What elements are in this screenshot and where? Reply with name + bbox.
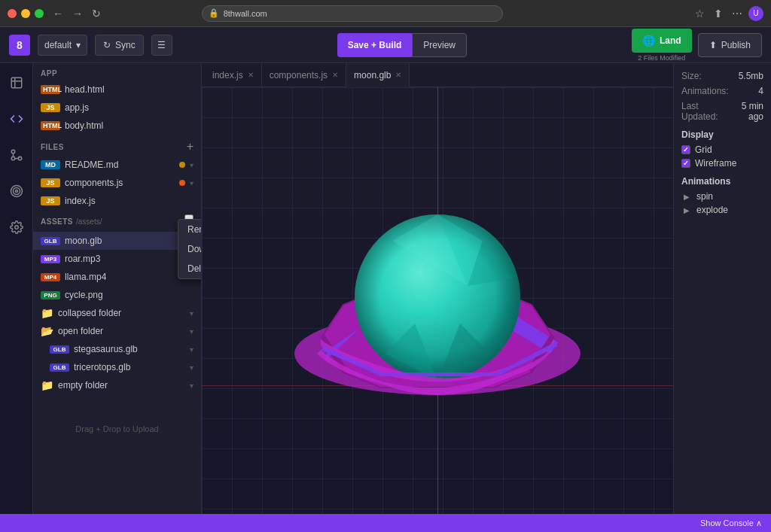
spin-play-button[interactable]: ▶ bbox=[681, 191, 692, 202]
app-section-label: APP bbox=[41, 69, 57, 78]
animations-title: Animations bbox=[681, 176, 763, 187]
tab-bar: index.js ✕ components.js ✕ moon.glb ✕ bbox=[202, 63, 673, 87]
open-folder-icon: 📂 bbox=[41, 325, 53, 337]
browser-fullscreen-btn[interactable] bbox=[35, 9, 44, 18]
tab-components-js[interactable]: components.js ✕ bbox=[262, 63, 346, 87]
browser-nav: ← → ↻ bbox=[50, 6, 104, 21]
html-badge: HTML bbox=[41, 85, 60, 94]
file-item[interactable]: MD README.md ▾ bbox=[33, 156, 201, 174]
tab-close-icon[interactable]: ✕ bbox=[395, 71, 401, 79]
rail-git-icon[interactable] bbox=[5, 143, 29, 167]
chevron-icon: ▾ bbox=[190, 363, 194, 372]
browser-minimize-btn[interactable] bbox=[21, 9, 30, 18]
folder-icon: 📁 bbox=[41, 307, 53, 319]
rail-code-icon[interactable] bbox=[5, 107, 29, 131]
chevron-icon: ▾ bbox=[190, 161, 194, 169]
land-label: Land bbox=[660, 35, 681, 46]
show-console-label: Show Console ∧ bbox=[700, 518, 762, 528]
asset-stegasaurus-glb[interactable]: GLB stegasaurus.glb ▾ bbox=[33, 340, 201, 358]
empty-folder[interactable]: 📁 empty folder ▾ bbox=[33, 376, 201, 394]
wireframe-checkbox[interactable]: ✓ bbox=[681, 159, 690, 168]
save-preview-group: Save + Build Preview bbox=[337, 33, 467, 57]
assets-label: ASSETS bbox=[41, 217, 73, 226]
hamburger-icon: ☰ bbox=[157, 40, 166, 50]
asset-tricerotops-glb[interactable]: GLB tricerotops.glb ▾ bbox=[33, 358, 201, 376]
empty-folder-icon: 📁 bbox=[41, 379, 53, 391]
assets-section-header: ASSETS /assets/ + bbox=[33, 210, 201, 232]
tab-label: components.js bbox=[270, 70, 328, 81]
svg-point-6 bbox=[13, 188, 20, 195]
last-updated-row: Last Updated: 5 min ago bbox=[681, 101, 763, 122]
context-delete[interactable]: Delete bbox=[178, 259, 202, 278]
file-item[interactable]: HTML head.html bbox=[33, 81, 201, 99]
file-name: cycle.png bbox=[65, 290, 194, 300]
file-item[interactable]: JS components.js ▾ bbox=[33, 174, 201, 192]
tab-moon-glb[interactable]: moon.glb ✕ bbox=[346, 63, 410, 87]
rail-3d-icon[interactable] bbox=[5, 71, 29, 95]
drag-drop-area[interactable]: Drag + Drop to Upload bbox=[33, 409, 201, 448]
rail-settings-icon[interactable] bbox=[5, 215, 29, 239]
file-name: llama.mp4 bbox=[65, 272, 194, 282]
open-folder[interactable]: 📂 open folder ▾ bbox=[33, 322, 201, 340]
file-item[interactable]: JS index.js bbox=[33, 192, 201, 210]
address-bar[interactable]: 🔒 8thwall.com bbox=[202, 5, 503, 22]
app-section-header: APP bbox=[33, 63, 201, 81]
rail-target-icon[interactable] bbox=[5, 179, 29, 203]
browser-star-button[interactable]: ☆ bbox=[692, 6, 708, 21]
app-bar-center: Save + Build Preview bbox=[180, 33, 624, 57]
collapsed-folder[interactable]: 📁 collapsed folder ▾ bbox=[33, 304, 201, 322]
glb-badge: GLB bbox=[50, 363, 69, 372]
context-download[interactable]: Download bbox=[178, 239, 202, 259]
publish-button[interactable]: ⬆ Publish bbox=[698, 33, 762, 57]
tab-index-js[interactable]: index.js ✕ bbox=[205, 63, 262, 87]
last-updated-label: Last Updated: bbox=[681, 101, 730, 122]
bottom-bar[interactable]: Show Console ∧ bbox=[0, 514, 771, 532]
file-name: tricerotops.glb bbox=[74, 362, 185, 372]
hamburger-button[interactable]: ☰ bbox=[151, 35, 172, 56]
preview-button[interactable]: Preview bbox=[412, 33, 467, 57]
asset-roar-mp3[interactable]: MP3 roar.mp3 bbox=[33, 250, 201, 268]
grid-checkbox[interactable]: ✓ bbox=[681, 145, 690, 154]
back-button[interactable]: ← bbox=[50, 6, 66, 21]
viewer-content[interactable] bbox=[202, 87, 673, 514]
explode-play-button[interactable]: ▶ bbox=[681, 205, 692, 215]
grid-checkbox-row[interactable]: ✓ Grid bbox=[681, 144, 763, 155]
forward-button[interactable]: → bbox=[69, 6, 86, 21]
file-name: stegasaurus.glb bbox=[74, 344, 185, 354]
tab-close-icon[interactable]: ✕ bbox=[332, 71, 338, 79]
file-item[interactable]: JS app.js bbox=[33, 99, 201, 117]
folder-name: collapsed folder bbox=[58, 308, 185, 318]
asset-moon-glb[interactable]: GLB moon.glb ▾ bbox=[33, 232, 201, 250]
sync-button[interactable]: ↻ Sync bbox=[95, 35, 144, 56]
browser-close-btn[interactable] bbox=[8, 9, 17, 18]
animations-value: 4 bbox=[758, 86, 763, 96]
scene-3d[interactable] bbox=[202, 87, 673, 514]
chevron-icon: ▾ bbox=[190, 345, 194, 354]
user-avatar[interactable]: U bbox=[748, 6, 763, 21]
anim-spin-row: ▶ spin bbox=[681, 191, 763, 202]
svg-point-7 bbox=[15, 190, 17, 193]
app-logo: 8 bbox=[9, 35, 30, 56]
chevron-icon: ▾ bbox=[190, 309, 194, 318]
add-file-button[interactable]: + bbox=[187, 141, 194, 153]
context-rename[interactable]: Rename bbox=[178, 220, 202, 239]
glb-badge: GLB bbox=[41, 237, 60, 245]
tab-close-icon[interactable]: ✕ bbox=[248, 71, 254, 79]
app-bar-right: 🌐 Land 2 Files Modified ⬆ Publish bbox=[632, 29, 762, 62]
browser-more-button[interactable]: ⋯ bbox=[729, 6, 745, 21]
modified-dot bbox=[179, 180, 185, 186]
file-item[interactable]: HTML body.html bbox=[33, 117, 201, 135]
asset-cycle-png[interactable]: PNG cycle.png bbox=[33, 286, 201, 304]
save-build-button[interactable]: Save + Build bbox=[337, 33, 413, 57]
asset-llama-mp4[interactable]: MP4 llama.mp4 bbox=[33, 268, 201, 286]
branch-selector[interactable]: default ▾ bbox=[38, 35, 87, 56]
land-button[interactable]: 🌐 Land bbox=[632, 29, 692, 53]
tab-label: moon.glb bbox=[354, 70, 391, 81]
land-area: 🌐 Land 2 Files Modified bbox=[632, 29, 692, 62]
file-name: README.md bbox=[65, 160, 175, 170]
browser-share-button[interactable]: ⬆ bbox=[711, 6, 726, 21]
refresh-button[interactable]: ↻ bbox=[89, 6, 104, 21]
branch-chevron-icon: ▾ bbox=[76, 40, 81, 50]
svg-point-3 bbox=[11, 157, 15, 160]
wireframe-checkbox-row[interactable]: ✓ Wireframe bbox=[681, 158, 763, 169]
